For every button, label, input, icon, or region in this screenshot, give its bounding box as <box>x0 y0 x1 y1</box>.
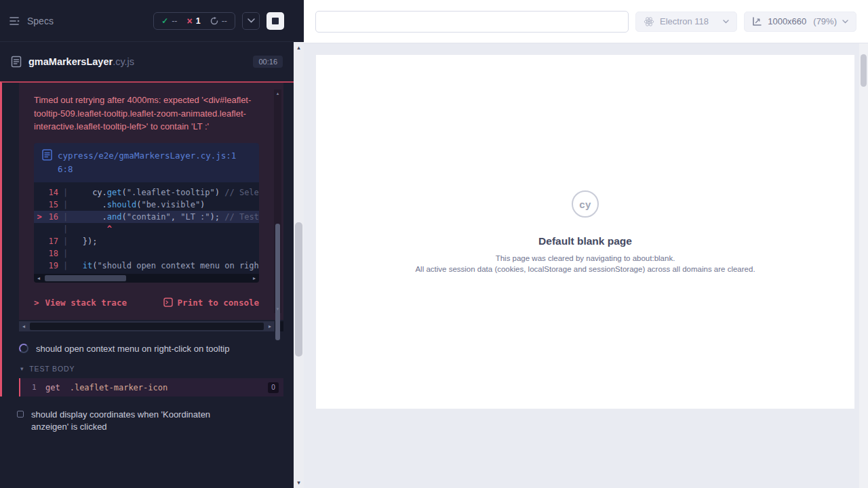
scroll-down-icon[interactable]: ▾ <box>274 306 281 312</box>
check-icon: ✓ <box>161 16 168 26</box>
scroll-left-icon[interactable]: ◂ <box>34 274 43 283</box>
stop-icon <box>272 18 279 24</box>
chevron-right-icon: > <box>34 298 39 308</box>
stop-button[interactable] <box>267 12 284 30</box>
pending-icon <box>210 17 218 25</box>
page-vertical-scrollbar[interactable] <box>859 43 868 488</box>
test-stats[interactable]: ✓ -- × 1 -- <box>153 12 235 30</box>
collapse-runs-button[interactable] <box>242 12 260 30</box>
browser-selector[interactable]: Electron 118 <box>635 12 737 32</box>
failed-count: 1 <box>196 16 201 26</box>
code-frame-link[interactable]: cypress/e2e/gmaMarkersLayer.cy.js:16:8 <box>58 149 238 176</box>
code-frame: cypress/e2e/gmaMarkersLayer.cy.js:16:8 1… <box>34 143 259 283</box>
file-icon <box>42 149 52 161</box>
code-line: 14| cy.get(".leaflet-tooltip") // Sele <box>34 186 259 199</box>
running-test-item[interactable]: should open context menu on right-click … <box>2 331 294 355</box>
specs-list-icon[interactable] <box>9 16 20 26</box>
passed-count: -- <box>172 16 177 26</box>
spec-name: gmaMarkersLayer.cy.js <box>28 56 134 68</box>
scroll-left-icon[interactable]: ◂ <box>19 321 28 331</box>
blank-page-title: Default blank page <box>538 235 632 247</box>
stat-failed: × 1 <box>187 16 201 26</box>
code-line: 18| <box>34 247 259 260</box>
url-input[interactable] <box>315 11 629 33</box>
blank-page-message-2: All active session data (cookies, localS… <box>415 265 755 273</box>
spec-duration: 00:16 <box>253 56 283 68</box>
spinner-icon <box>19 344 28 353</box>
pending-test-title: should display coordinates when 'Koordin… <box>31 409 249 432</box>
viewport-selector[interactable]: 1000x660 (79%) <box>744 12 856 32</box>
fail-icon: × <box>187 17 193 25</box>
reporter-topbar: Specs ✓ -- × 1 -- <box>0 0 294 42</box>
specs-title: Specs <box>27 16 54 26</box>
sidebar-vertical-scrollbar[interactable]: ▴ ▾ <box>294 42 304 488</box>
code-hscroll-thumb[interactable] <box>45 275 126 281</box>
code-line: | ^ <box>34 223 259 235</box>
viewport-zoom: (79%) <box>813 16 837 26</box>
chevron-down-icon <box>842 20 848 24</box>
elements-count-badge: 0 <box>268 382 279 393</box>
error-message: Timed out retrying after 4000ms: expecte… <box>34 94 270 134</box>
stat-passed: ✓ -- <box>161 16 177 26</box>
spec-file-icon[interactable] <box>11 56 22 68</box>
viewport-icon <box>752 16 762 26</box>
blank-page-message-1: This page was cleared by navigating to a… <box>496 254 675 262</box>
error-hscroll-thumb[interactable] <box>30 323 264 330</box>
spec-name-base: gmaMarkersLayer <box>28 56 113 67</box>
view-stack-trace-label: View stack trace <box>45 298 127 308</box>
pending-test-item[interactable]: should display coordinates when 'Koordin… <box>0 396 294 432</box>
spec-header: gmaMarkersLayer.cy.js 00:16 <box>0 42 294 81</box>
scroll-right-icon[interactable]: ▸ <box>250 274 259 283</box>
code-lines: 14| cy.get(".leaflet-tooltip") // Sele15… <box>34 182 259 274</box>
pending-test-icon <box>17 411 24 418</box>
cypress-logo: cy <box>572 190 599 218</box>
aut-header: Electron 118 1000x660 (79%) <box>304 0 868 43</box>
command-method: get <box>45 383 60 392</box>
running-test-title: should open context menu on right-click … <box>36 343 229 355</box>
code-line: 17| }); <box>34 235 259 247</box>
code-hscroll-track[interactable] <box>43 274 250 283</box>
command-selector: .leaflet-marker-icon <box>70 383 168 392</box>
browser-label: Electron 118 <box>660 16 709 26</box>
sidebar-vscroll-thumb[interactable] <box>295 222 302 357</box>
blank-page: cy Default blank page This page was clea… <box>316 55 854 409</box>
scroll-right-icon[interactable]: ▸ <box>265 321 275 331</box>
code-horizontal-scrollbar[interactable]: ◂ ▸ <box>34 274 259 283</box>
test-body-section[interactable]: ▾ TEST BODY <box>2 354 294 373</box>
spec-name-ext: .cy.js <box>113 56 134 67</box>
error-vscroll-thumb[interactable] <box>275 224 280 340</box>
error-vertical-scrollbar[interactable]: ▴ ▾ <box>274 89 281 313</box>
code-frame-header: cypress/e2e/gmaMarkersLayer.cy.js:16:8 <box>34 143 259 182</box>
scroll-up-icon[interactable]: ▴ <box>274 90 281 97</box>
chevron-down-icon: ▾ <box>20 365 24 372</box>
error-panel: Timed out retrying after 4000ms: expecte… <box>19 83 283 320</box>
view-stack-trace-link[interactable]: > View stack trace <box>34 298 127 308</box>
console-icon <box>163 298 173 307</box>
code-line: 15| .should("be.visible") <box>34 199 259 211</box>
code-line: >16| .and("contain", "LT :"); // Test <box>34 211 259 223</box>
error-hscroll-track[interactable] <box>28 321 265 331</box>
command-log-row[interactable]: 1 get .leaflet-marker-icon 0 <box>19 378 283 396</box>
command-number: 1 <box>32 383 43 392</box>
test-body-label: TEST BODY <box>29 365 75 373</box>
pending-count: -- <box>222 16 227 26</box>
aut-viewport: cy Default blank page This page was clea… <box>304 43 868 488</box>
error-horizontal-scrollbar[interactable]: ◂ ▸ <box>19 321 283 331</box>
stat-pending: -- <box>210 16 227 26</box>
cypress-app: Specs ✓ -- × 1 -- <box>0 0 868 488</box>
print-to-console-label: Print to console <box>178 298 259 308</box>
error-actions: > View stack trace Print to console <box>34 298 259 308</box>
chevron-down-icon <box>723 20 729 24</box>
failed-test-block: Timed out retrying after 4000ms: expecte… <box>0 81 294 396</box>
reporter-sidebar: Specs ✓ -- × 1 -- <box>0 0 304 488</box>
print-to-console-button[interactable]: Print to console <box>163 298 259 308</box>
scroll-up-icon[interactable]: ▴ <box>294 43 304 52</box>
viewport-size: 1000x660 <box>768 16 806 26</box>
scroll-down-icon[interactable]: ▾ <box>294 478 304 487</box>
code-line: 19| it("should open context menu on righ <box>34 260 259 272</box>
aut-iframe[interactable]: cy Default blank page This page was clea… <box>316 55 854 409</box>
aut-area: Electron 118 1000x660 (79%) cy <box>304 0 868 488</box>
page-vscroll-thumb[interactable] <box>861 54 867 87</box>
browser-icon <box>644 16 654 27</box>
